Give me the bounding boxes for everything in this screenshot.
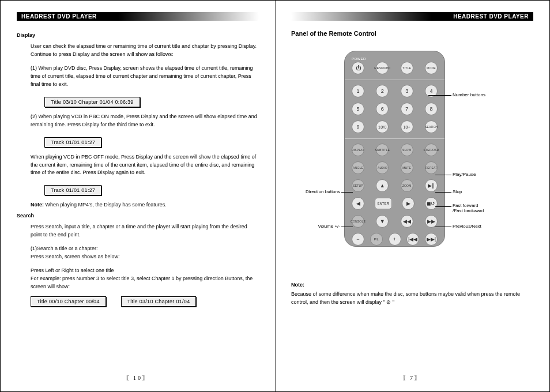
divider-2 (345, 138, 444, 139)
num-row-2: 5 6 7 8 (352, 103, 438, 115)
slow-button: SLOW (401, 144, 413, 156)
num-2: 2 (376, 85, 389, 97)
arrow-down-icon: ▼ (376, 215, 389, 228)
nav-row-2: ◀ ENTER ▶ ◼↺ (352, 197, 438, 210)
rewind-icon: ◀◀ (401, 215, 413, 228)
right-page: HEADREST DVD PLAYER Panel of the Remote … (275, 1, 549, 391)
num-3: 3 (401, 85, 413, 97)
right-note-label: Note: (291, 281, 533, 289)
callout-play-text: Play/Pause (453, 172, 476, 177)
num-10-plus: 10+ (401, 120, 413, 133)
previous-icon: |◀◀ (406, 233, 419, 246)
subtitle-button: SUBTITLE (376, 144, 389, 156)
setup-button: SETUP (352, 179, 364, 192)
zoom-button: ZOOM (401, 179, 413, 192)
arrow-right-icon: ▶ (402, 197, 415, 210)
repeat-button: REPEAT (425, 161, 438, 174)
callout-prev: Previous/Next (453, 224, 481, 229)
enter-button: ENTER (375, 198, 392, 209)
callout-stop: Stop (453, 189, 462, 194)
divider (345, 80, 444, 80)
display-p2: (1) When play DVD disc, Press Display, s… (31, 65, 259, 89)
arrow-up-icon: ▲ (376, 179, 389, 192)
panel-title: Panel of the Remote Control (291, 30, 533, 37)
right-note-text: Because of some difference when make the… (291, 291, 520, 305)
display-box-3: Track 01/01 01:27 (44, 185, 101, 195)
mute-button: MUTE (401, 161, 413, 174)
display-heading: Display (17, 32, 259, 38)
header-bar-left: HEADREST DVD PLAYER (17, 12, 259, 21)
func-row-1: DISPLAY SUBTITLE SLOW STEP/OSD (352, 144, 438, 156)
arrow-left-icon: ◀ (352, 197, 364, 210)
callout-volume: Volume +/- (291, 224, 340, 229)
callout-numbers: Number buttons (453, 92, 485, 97)
power-button: ⏻ (352, 62, 364, 74)
num-10-0: 10/0 (376, 120, 389, 133)
display-button: DISPLAY (352, 144, 364, 156)
display-box-1: Title 03/10 Chapter 01/04 0:06:39 (44, 97, 140, 107)
search-box-a: Title 00/10 Chapter 00/04 (31, 296, 106, 307)
page-number-left: 〖10〗 (17, 374, 259, 385)
search-p2b: Press Search, screen shows as below: (31, 253, 259, 261)
num-7: 7 (401, 103, 413, 115)
num-8: 8 (425, 103, 438, 115)
remote-diagram: POWER ⏻ MENU/PBC TITLE MODE 1 2 3 4 5 6 (291, 51, 533, 270)
callout-stop-text: Stop (453, 189, 462, 194)
vol-minus-icon: − (352, 233, 364, 246)
page-spine (275, 1, 276, 391)
note-label: Note: (31, 202, 44, 208)
search-heading: Search (17, 213, 259, 218)
callout-ff: Fast forward /Fast backward (453, 203, 484, 214)
num-6: 6 (376, 103, 389, 115)
display-p3: (2) When playing VCD in PBC ON mode, Pre… (31, 113, 259, 129)
nav-row-1: SETUP ▲ ZOOM ▶‖ (352, 179, 438, 192)
search-p1: Press Search, input a title, a chapter o… (31, 223, 259, 239)
audio-button: AUDIO (376, 161, 389, 174)
search-p3a: Press Left or Right to select one title (31, 267, 259, 275)
callout-volume-text: Volume +/- (318, 224, 340, 229)
nav-row-3: CONSOLE ▼ ◀◀ ▶▶ (352, 215, 438, 228)
display-p4: When playing VCD in PBC OFF mode, Press … (31, 153, 259, 178)
play-pause-icon: ▶‖ (425, 179, 438, 192)
callout-direction-text: Direction buttons (306, 189, 340, 194)
console-button: CONSOLE (352, 215, 364, 228)
num-row-3: 9 10/0 10+ SEARCH (352, 120, 438, 133)
search-boxes: Title 00/10 Chapter 00/04 Title 03/10 Ch… (31, 296, 259, 307)
left-page: HEADREST DVD PLAYER Display User can che… (1, 1, 275, 391)
callout-prev-text: Previous/Next (453, 224, 481, 229)
right-content: Panel of the Remote Control POWER ⏻ MENU… (291, 21, 533, 374)
nav-row-4: − P/L + |◀◀ ▶▶| (352, 233, 438, 246)
fast-forward-icon: ▶▶ (425, 215, 438, 228)
func-row-2: ANGLE AUDIO MUTE REPEAT (352, 161, 438, 174)
menu-button: MENU/PBC (376, 62, 389, 74)
remote-row-top: ⏻ MENU/PBC TITLE MODE (352, 62, 438, 74)
num-9: 9 (352, 120, 364, 133)
stop-icon: ◼↺ (425, 197, 438, 210)
display-note: Note: When playing MP4's, the Display ha… (31, 201, 259, 209)
mode-button: MODE (425, 62, 438, 74)
step-button: STEP/OSD (425, 144, 438, 156)
page-number-right: 〖7〗 (291, 374, 533, 385)
num-row-1: 1 2 3 4 (352, 85, 438, 97)
search-p3b: For example: press Number 3 to select ti… (31, 275, 259, 291)
header-bar-right: HEADREST DVD PLAYER (291, 12, 533, 21)
callout-play: Play/Pause (453, 172, 476, 177)
power-icon: ⏻ (356, 65, 361, 71)
display-p1: User can check the elapsed time or remai… (31, 43, 259, 59)
right-note: Note: Because of some difference when ma… (291, 281, 533, 307)
search-button: SEARCH (425, 120, 438, 133)
remote-body: POWER ⏻ MENU/PBC TITLE MODE 1 2 3 4 5 6 (344, 51, 445, 247)
display-box-2: Track 01/01 01:27 (44, 137, 101, 148)
search-p2a: (1)Search a title or a chapter: (31, 245, 259, 253)
callout-direction: Direction buttons (291, 189, 340, 194)
search-box-b: Title 03/10 Chapter 01/04 (121, 296, 197, 307)
vol-plus-icon: + (389, 233, 401, 246)
note-text: When playing MP4's, the Display has some… (44, 202, 167, 208)
callout-ff-text: Fast forward /Fast backward (453, 203, 484, 213)
power-label: POWER (352, 57, 438, 61)
title-button: TITLE (401, 62, 413, 74)
num-1: 1 (352, 85, 364, 97)
num-5: 5 (352, 103, 364, 115)
left-content: Display User can check the elapsed time … (17, 21, 259, 374)
next-icon: ▶▶| (425, 233, 438, 246)
